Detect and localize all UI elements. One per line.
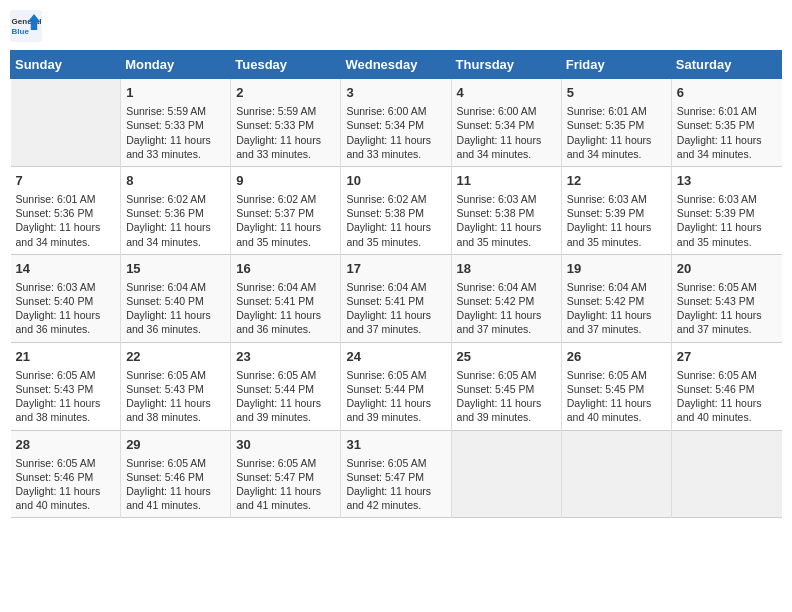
calendar-cell: 3Sunrise: 6:00 AM Sunset: 5:34 PM Daylig… bbox=[341, 79, 451, 167]
day-info: Sunrise: 6:05 AM Sunset: 5:44 PM Dayligh… bbox=[236, 368, 335, 425]
day-number: 19 bbox=[567, 260, 666, 278]
day-number: 7 bbox=[16, 172, 116, 190]
calendar-week-row: 7Sunrise: 6:01 AM Sunset: 5:36 PM Daylig… bbox=[11, 166, 782, 254]
calendar-cell: 7Sunrise: 6:01 AM Sunset: 5:36 PM Daylig… bbox=[11, 166, 121, 254]
calendar-cell bbox=[451, 430, 561, 518]
calendar-cell: 22Sunrise: 6:05 AM Sunset: 5:43 PM Dayli… bbox=[121, 342, 231, 430]
weekday-header: Tuesday bbox=[231, 51, 341, 79]
calendar-cell: 25Sunrise: 6:05 AM Sunset: 5:45 PM Dayli… bbox=[451, 342, 561, 430]
day-info: Sunrise: 6:05 AM Sunset: 5:43 PM Dayligh… bbox=[126, 368, 225, 425]
svg-text:Blue: Blue bbox=[12, 27, 30, 36]
day-number: 20 bbox=[677, 260, 777, 278]
day-info: Sunrise: 6:05 AM Sunset: 5:45 PM Dayligh… bbox=[567, 368, 666, 425]
day-info: Sunrise: 6:05 AM Sunset: 5:47 PM Dayligh… bbox=[236, 456, 335, 513]
day-number: 16 bbox=[236, 260, 335, 278]
logo: General Blue bbox=[10, 10, 42, 42]
calendar-cell: 18Sunrise: 6:04 AM Sunset: 5:42 PM Dayli… bbox=[451, 254, 561, 342]
day-info: Sunrise: 6:05 AM Sunset: 5:46 PM Dayligh… bbox=[16, 456, 116, 513]
day-info: Sunrise: 6:04 AM Sunset: 5:41 PM Dayligh… bbox=[346, 280, 445, 337]
day-number: 17 bbox=[346, 260, 445, 278]
day-info: Sunrise: 6:05 AM Sunset: 5:43 PM Dayligh… bbox=[16, 368, 116, 425]
calendar-cell: 2Sunrise: 5:59 AM Sunset: 5:33 PM Daylig… bbox=[231, 79, 341, 167]
day-info: Sunrise: 6:05 AM Sunset: 5:45 PM Dayligh… bbox=[457, 368, 556, 425]
weekday-header: Thursday bbox=[451, 51, 561, 79]
day-number: 6 bbox=[677, 84, 777, 102]
day-info: Sunrise: 6:03 AM Sunset: 5:39 PM Dayligh… bbox=[567, 192, 666, 249]
calendar-cell: 31Sunrise: 6:05 AM Sunset: 5:47 PM Dayli… bbox=[341, 430, 451, 518]
day-number: 21 bbox=[16, 348, 116, 366]
calendar-cell: 30Sunrise: 6:05 AM Sunset: 5:47 PM Dayli… bbox=[231, 430, 341, 518]
calendar-cell: 29Sunrise: 6:05 AM Sunset: 5:46 PM Dayli… bbox=[121, 430, 231, 518]
day-number: 8 bbox=[126, 172, 225, 190]
day-number: 10 bbox=[346, 172, 445, 190]
calendar-cell: 28Sunrise: 6:05 AM Sunset: 5:46 PM Dayli… bbox=[11, 430, 121, 518]
calendar-cell: 12Sunrise: 6:03 AM Sunset: 5:39 PM Dayli… bbox=[561, 166, 671, 254]
calendar-cell: 26Sunrise: 6:05 AM Sunset: 5:45 PM Dayli… bbox=[561, 342, 671, 430]
calendar-cell: 14Sunrise: 6:03 AM Sunset: 5:40 PM Dayli… bbox=[11, 254, 121, 342]
calendar-cell: 13Sunrise: 6:03 AM Sunset: 5:39 PM Dayli… bbox=[671, 166, 781, 254]
day-info: Sunrise: 6:04 AM Sunset: 5:42 PM Dayligh… bbox=[457, 280, 556, 337]
day-number: 22 bbox=[126, 348, 225, 366]
calendar-table: SundayMondayTuesdayWednesdayThursdayFrid… bbox=[10, 50, 782, 518]
calendar-cell: 4Sunrise: 6:00 AM Sunset: 5:34 PM Daylig… bbox=[451, 79, 561, 167]
day-info: Sunrise: 6:03 AM Sunset: 5:40 PM Dayligh… bbox=[16, 280, 116, 337]
calendar-cell: 19Sunrise: 6:04 AM Sunset: 5:42 PM Dayli… bbox=[561, 254, 671, 342]
day-info: Sunrise: 6:05 AM Sunset: 5:47 PM Dayligh… bbox=[346, 456, 445, 513]
weekday-header: Sunday bbox=[11, 51, 121, 79]
calendar-week-row: 21Sunrise: 6:05 AM Sunset: 5:43 PM Dayli… bbox=[11, 342, 782, 430]
day-number: 24 bbox=[346, 348, 445, 366]
calendar-cell: 1Sunrise: 5:59 AM Sunset: 5:33 PM Daylig… bbox=[121, 79, 231, 167]
calendar-cell: 11Sunrise: 6:03 AM Sunset: 5:38 PM Dayli… bbox=[451, 166, 561, 254]
calendar-cell: 9Sunrise: 6:02 AM Sunset: 5:37 PM Daylig… bbox=[231, 166, 341, 254]
calendar-cell bbox=[11, 79, 121, 167]
day-info: Sunrise: 6:01 AM Sunset: 5:35 PM Dayligh… bbox=[567, 104, 666, 161]
day-info: Sunrise: 6:04 AM Sunset: 5:41 PM Dayligh… bbox=[236, 280, 335, 337]
calendar-cell bbox=[561, 430, 671, 518]
day-number: 30 bbox=[236, 436, 335, 454]
calendar-cell bbox=[671, 430, 781, 518]
weekday-header: Friday bbox=[561, 51, 671, 79]
calendar-cell: 23Sunrise: 6:05 AM Sunset: 5:44 PM Dayli… bbox=[231, 342, 341, 430]
calendar-cell: 21Sunrise: 6:05 AM Sunset: 5:43 PM Dayli… bbox=[11, 342, 121, 430]
day-info: Sunrise: 6:02 AM Sunset: 5:37 PM Dayligh… bbox=[236, 192, 335, 249]
day-number: 28 bbox=[16, 436, 116, 454]
calendar-cell: 17Sunrise: 6:04 AM Sunset: 5:41 PM Dayli… bbox=[341, 254, 451, 342]
day-number: 9 bbox=[236, 172, 335, 190]
calendar-cell: 24Sunrise: 6:05 AM Sunset: 5:44 PM Dayli… bbox=[341, 342, 451, 430]
day-number: 2 bbox=[236, 84, 335, 102]
page-header: General Blue bbox=[10, 10, 782, 42]
day-info: Sunrise: 6:02 AM Sunset: 5:36 PM Dayligh… bbox=[126, 192, 225, 249]
day-number: 25 bbox=[457, 348, 556, 366]
day-number: 3 bbox=[346, 84, 445, 102]
day-info: Sunrise: 5:59 AM Sunset: 5:33 PM Dayligh… bbox=[126, 104, 225, 161]
calendar-week-row: 14Sunrise: 6:03 AM Sunset: 5:40 PM Dayli… bbox=[11, 254, 782, 342]
day-info: Sunrise: 6:01 AM Sunset: 5:36 PM Dayligh… bbox=[16, 192, 116, 249]
weekday-header: Monday bbox=[121, 51, 231, 79]
calendar-cell: 5Sunrise: 6:01 AM Sunset: 5:35 PM Daylig… bbox=[561, 79, 671, 167]
day-info: Sunrise: 6:05 AM Sunset: 5:43 PM Dayligh… bbox=[677, 280, 777, 337]
day-number: 12 bbox=[567, 172, 666, 190]
day-number: 31 bbox=[346, 436, 445, 454]
day-info: Sunrise: 6:00 AM Sunset: 5:34 PM Dayligh… bbox=[346, 104, 445, 161]
day-number: 11 bbox=[457, 172, 556, 190]
calendar-cell: 6Sunrise: 6:01 AM Sunset: 5:35 PM Daylig… bbox=[671, 79, 781, 167]
weekday-header: Saturday bbox=[671, 51, 781, 79]
day-number: 18 bbox=[457, 260, 556, 278]
day-info: Sunrise: 6:02 AM Sunset: 5:38 PM Dayligh… bbox=[346, 192, 445, 249]
day-info: Sunrise: 6:04 AM Sunset: 5:42 PM Dayligh… bbox=[567, 280, 666, 337]
day-number: 27 bbox=[677, 348, 777, 366]
calendar-cell: 10Sunrise: 6:02 AM Sunset: 5:38 PM Dayli… bbox=[341, 166, 451, 254]
day-number: 23 bbox=[236, 348, 335, 366]
calendar-week-row: 28Sunrise: 6:05 AM Sunset: 5:46 PM Dayli… bbox=[11, 430, 782, 518]
day-info: Sunrise: 6:05 AM Sunset: 5:46 PM Dayligh… bbox=[126, 456, 225, 513]
day-number: 29 bbox=[126, 436, 225, 454]
day-info: Sunrise: 6:03 AM Sunset: 5:38 PM Dayligh… bbox=[457, 192, 556, 249]
calendar-cell: 15Sunrise: 6:04 AM Sunset: 5:40 PM Dayli… bbox=[121, 254, 231, 342]
day-info: Sunrise: 6:01 AM Sunset: 5:35 PM Dayligh… bbox=[677, 104, 777, 161]
calendar-week-row: 1Sunrise: 5:59 AM Sunset: 5:33 PM Daylig… bbox=[11, 79, 782, 167]
calendar-cell: 27Sunrise: 6:05 AM Sunset: 5:46 PM Dayli… bbox=[671, 342, 781, 430]
calendar-cell: 20Sunrise: 6:05 AM Sunset: 5:43 PM Dayli… bbox=[671, 254, 781, 342]
day-number: 1 bbox=[126, 84, 225, 102]
calendar-cell: 16Sunrise: 6:04 AM Sunset: 5:41 PM Dayli… bbox=[231, 254, 341, 342]
day-info: Sunrise: 6:05 AM Sunset: 5:44 PM Dayligh… bbox=[346, 368, 445, 425]
